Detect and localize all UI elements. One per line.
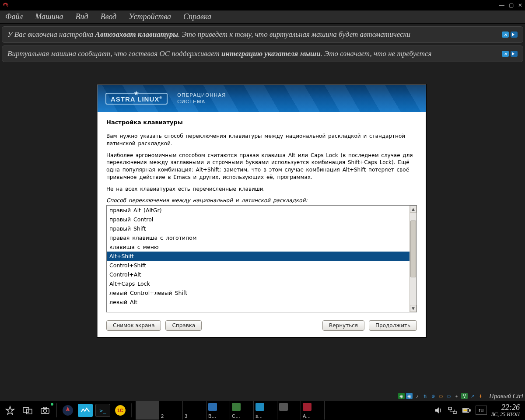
menu-file[interactable]: Файл bbox=[5, 12, 23, 21]
svg-rect-11 bbox=[469, 410, 470, 411]
notification-mouse-integration: Виртуальная машина сообщает, что гостева… bbox=[2, 46, 523, 62]
list-item[interactable]: левый Control+левый Shift bbox=[107, 288, 410, 298]
browser-icon[interactable] bbox=[60, 404, 75, 417]
svg-rect-1 bbox=[26, 409, 32, 414]
windows-overview-icon[interactable] bbox=[20, 404, 35, 417]
host-titlebar: — ▢ ✕ bbox=[0, 0, 525, 10]
status-keyboard-icon: ⬇ bbox=[477, 393, 483, 399]
help-button[interactable]: Справка bbox=[165, 320, 202, 331]
svg-rect-0 bbox=[23, 408, 29, 413]
virtualbox-status-bar: ◉ ◉ ♪ ⇅ ⊕ ▭ ▭ ● V ↗ ⬇ Правый Ctrl bbox=[398, 392, 523, 400]
svg-point-3 bbox=[43, 409, 46, 412]
monitor-icon[interactable] bbox=[78, 404, 93, 417]
status-usb-icon: ⊕ bbox=[430, 393, 436, 399]
status-shared-folders-icon: ▭ bbox=[438, 393, 444, 399]
list-item[interactable]: клавиша с меню bbox=[107, 242, 410, 252]
scroll-thumb[interactable] bbox=[410, 220, 416, 277]
status-mouse-icon: ↗ bbox=[469, 393, 476, 399]
start-menu-icon[interactable] bbox=[3, 404, 18, 417]
camera-icon[interactable] bbox=[38, 404, 52, 417]
status-network-icon: ⇅ bbox=[422, 393, 428, 399]
minimize-button[interactable]: — bbox=[499, 2, 504, 8]
installer-title: Настройка клавиатуры bbox=[106, 119, 417, 126]
taskbar-task[interactable]: s… bbox=[254, 401, 277, 420]
svg-rect-12 bbox=[463, 409, 467, 411]
list-item[interactable]: Control+Shift bbox=[107, 261, 410, 270]
installer-paragraph: Не на всех клавиатурах есть перечисленны… bbox=[106, 186, 417, 193]
list-item[interactable]: правый Shift bbox=[107, 224, 410, 233]
list-item[interactable]: Alt+Shift bbox=[107, 252, 410, 261]
status-recording-icon: ● bbox=[453, 393, 460, 399]
svg-rect-9 bbox=[453, 411, 456, 413]
scroll-up-icon[interactable]: ▲ bbox=[410, 206, 416, 213]
status-display-icon: ▭ bbox=[445, 393, 452, 399]
svg-rect-4 bbox=[43, 407, 46, 409]
list-item[interactable]: правый Control bbox=[107, 215, 410, 224]
list-item[interactable]: правая клавиша с логотипом bbox=[107, 233, 410, 242]
list-item[interactable]: правый Alt (AltGr) bbox=[107, 206, 410, 215]
menu-machine[interactable]: Машина bbox=[35, 12, 63, 21]
banner-dismiss-icon[interactable]: ✕ bbox=[502, 32, 509, 38]
installer-prompt: Способ переключения между национальной и… bbox=[106, 197, 417, 203]
list-item[interactable]: Alt+Caps Lock bbox=[107, 279, 410, 288]
taskbar-task[interactable] bbox=[136, 401, 159, 420]
installer-paragraph: Наиболее эргономичным способом считаются… bbox=[106, 152, 417, 181]
maximize-button[interactable]: ▢ bbox=[509, 2, 514, 8]
status-cpu-icon: V bbox=[461, 393, 468, 399]
taskbar-task[interactable] bbox=[277, 401, 301, 420]
battery-icon[interactable] bbox=[462, 406, 471, 415]
menu-view[interactable]: Вид bbox=[76, 12, 88, 21]
back-button[interactable]: Вернуться bbox=[322, 320, 364, 331]
continue-button[interactable]: Продолжить bbox=[369, 320, 417, 331]
language-indicator[interactable]: ru bbox=[476, 406, 487, 415]
svg-text:1C: 1C bbox=[117, 408, 123, 413]
terminal-icon[interactable]: >_ bbox=[95, 404, 110, 417]
status-audio-icon: ♪ bbox=[414, 393, 420, 399]
host-key-indicator: Правый Ctrl bbox=[489, 392, 523, 400]
installer-header: ★ ASTRA LINUX® ОПЕРАЦИОННАЯ СИСТЕМА bbox=[98, 85, 426, 112]
menu-input[interactable]: Ввод bbox=[101, 12, 116, 21]
svg-rect-8 bbox=[448, 407, 452, 410]
1c-icon[interactable]: 1C bbox=[113, 404, 128, 417]
menu-help[interactable]: Справка bbox=[183, 12, 211, 21]
taskbar-task[interactable]: B… bbox=[206, 401, 230, 420]
screenshot-button[interactable]: Снимок экрана bbox=[106, 320, 161, 331]
banner-expand-icon[interactable] bbox=[511, 51, 518, 57]
banner-expand-icon[interactable] bbox=[511, 32, 518, 38]
scroll-down-icon[interactable]: ▼ bbox=[410, 305, 416, 312]
taskbar-task[interactable]: A… bbox=[301, 401, 325, 420]
host-menubar: Файл Машина Вид Ввод Устройства Справка bbox=[0, 10, 525, 24]
host-taskbar: >_ 1C 23B…C…s…A… ru 22:26 ВС, 25 ИЮН bbox=[0, 401, 525, 420]
installer-window: ★ ASTRA LINUX® ОПЕРАЦИОННАЯ СИСТЕМА Наст… bbox=[97, 84, 426, 337]
banner-dismiss-icon[interactable]: ✕ bbox=[502, 51, 509, 57]
debian-icon bbox=[3, 2, 9, 8]
menu-devices[interactable]: Устройства bbox=[129, 12, 171, 21]
installer-paragraph: Вам нужно указать способ переключения кл… bbox=[106, 133, 417, 147]
close-button[interactable]: ✕ bbox=[518, 2, 522, 8]
astra-linux-logo: ★ ASTRA LINUX® bbox=[105, 93, 168, 105]
network-tray-icon[interactable] bbox=[448, 406, 457, 415]
notification-keyboard-capture: У Вас включена настройка Автозахват клав… bbox=[2, 26, 523, 43]
taskbar-task[interactable]: 3 bbox=[183, 401, 206, 420]
scrollbar[interactable]: ▲ ▼ bbox=[410, 206, 416, 312]
taskbar-task[interactable]: C… bbox=[230, 401, 254, 420]
list-item[interactable]: левый Alt bbox=[107, 298, 410, 307]
clock[interactable]: 22:26 ВС, 25 ИЮН bbox=[491, 403, 523, 418]
taskbar-task[interactable]: 2 bbox=[159, 401, 183, 420]
status-hdd-icon: ◉ bbox=[398, 393, 405, 399]
volume-icon[interactable] bbox=[434, 406, 443, 415]
brand-subtitle: ОПЕРАЦИОННАЯ СИСТЕМА bbox=[177, 92, 226, 105]
list-item[interactable]: Control+Alt bbox=[107, 270, 410, 279]
status-optical-icon: ◉ bbox=[406, 393, 413, 399]
layout-switch-listbox[interactable]: правый Alt (AltGr)правый Controlправый S… bbox=[106, 205, 417, 312]
